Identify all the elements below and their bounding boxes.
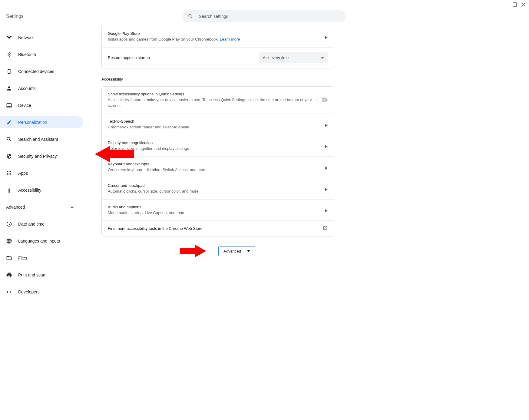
quick-settings-a11y-toggle[interactable]	[317, 98, 328, 102]
chevron-right-icon	[325, 35, 328, 38]
svg-point-4	[10, 171, 11, 172]
advanced-expand-button[interactable]: Advanced	[218, 246, 255, 256]
row-quick-settings-a11y: Show accessibility options in Quick Sett…	[102, 87, 334, 114]
row-title: Google Play Store	[108, 31, 325, 36]
row-subtitle: Install apps and games from Google Play …	[108, 36, 325, 42]
shield-icon	[6, 153, 12, 159]
row-subtitle: On-screen keyboard, dictation, Switch Ac…	[108, 167, 325, 173]
sidebar-item-search-assistant[interactable]: Search and Assistant	[0, 133, 83, 145]
chevron-right-icon	[325, 144, 328, 147]
main-panel: Google Play Store Install apps and games…	[83, 26, 529, 303]
globe-icon	[6, 238, 12, 244]
svg-point-2	[7, 171, 8, 172]
sidebar-item-date-time[interactable]: Date and time	[0, 218, 83, 230]
svg-point-6	[9, 173, 10, 174]
svg-point-11	[8, 188, 9, 189]
row-title: Keyboard and text input	[108, 161, 325, 167]
sidebar-advanced-toggle[interactable]: Advanced	[0, 201, 83, 213]
chevron-right-icon	[325, 123, 328, 126]
sidebar-item-label: Developers	[18, 289, 40, 294]
row-title: Restore apps on startup	[108, 55, 259, 61]
clock-icon	[6, 221, 12, 227]
svg-point-5	[7, 173, 8, 174]
row-title: Audio and captions	[108, 204, 325, 210]
row-subtitle: Accessibility features make your device …	[108, 97, 317, 109]
sidebar-item-label: Print and scan	[18, 273, 45, 277]
sidebar-item-label: Languages and inputs	[18, 239, 60, 243]
sidebar-item-files[interactable]: Files	[0, 252, 83, 264]
sidebar-item-print-scan[interactable]: Print and scan	[0, 269, 83, 281]
row-keyboard-text-input[interactable]: Keyboard and text input On-screen keyboa…	[102, 157, 334, 178]
sidebar-item-label: Search and Assistant	[18, 137, 58, 142]
row-subtitle: Mono audio, startup, Live Caption, and m…	[108, 210, 325, 216]
app-title: Settings	[6, 14, 24, 19]
printer-icon	[6, 272, 12, 278]
sidebar-item-personalization[interactable]: Personalization	[0, 116, 83, 128]
svg-point-7	[10, 173, 11, 174]
row-restore-apps: Restore apps on startup Ask every time	[102, 48, 334, 68]
sidebar-item-languages[interactable]: Languages and inputs	[0, 235, 83, 247]
svg-point-8	[7, 174, 8, 175]
row-google-play-store[interactable]: Google Play Store Install apps and games…	[102, 26, 334, 48]
sidebar-item-label: Accounts	[18, 86, 36, 91]
svg-rect-1	[513, 3, 517, 6]
apps-grid-icon	[6, 170, 12, 176]
section-title-accessibility: Accessibility	[101, 77, 334, 86]
restore-apps-dropdown[interactable]: Ask every time	[259, 52, 328, 63]
row-subtitle: Automatic clicks, cursor size, cursor co…	[108, 188, 325, 194]
sidebar-item-accounts[interactable]: Accounts	[0, 82, 83, 94]
row-text-to-speech[interactable]: Text-to-Speech ChromeVox screen reader a…	[102, 114, 334, 135]
window-minimize[interactable]	[504, 2, 508, 7]
chevron-down-icon	[247, 250, 250, 253]
window-maximize[interactable]	[513, 2, 517, 7]
row-audio-captions[interactable]: Audio and captions Mono audio, startup, …	[102, 200, 334, 221]
sidebar: Network Bluetooth Connected devices Acco…	[0, 26, 83, 303]
row-title: Cursor and touchpad	[108, 183, 325, 188]
phone-icon	[6, 68, 12, 74]
row-cursor-touchpad[interactable]: Cursor and touchpad Automatic clicks, cu…	[102, 178, 334, 200]
chevron-right-icon	[325, 187, 328, 190]
chevron-up-icon	[71, 206, 74, 209]
code-icon	[6, 289, 12, 295]
folder-icon	[6, 255, 12, 261]
window-close[interactable]	[521, 2, 525, 7]
sidebar-item-label: Files	[18, 256, 27, 260]
chevron-right-icon	[325, 209, 328, 211]
sidebar-item-label: Date and time	[18, 222, 45, 227]
row-title: Display and magnification	[108, 140, 325, 146]
annotation-arrow-advanced	[180, 245, 206, 257]
sidebar-item-label: Security and Privacy	[18, 154, 57, 159]
search-icon	[6, 136, 12, 142]
chevron-right-icon	[325, 166, 328, 168]
row-title: Show accessibility options in Quick Sett…	[108, 91, 317, 97]
sidebar-item-label: Bluetooth	[18, 52, 36, 57]
row-display-magnification[interactable]: Display and magnification Color inversio…	[102, 135, 334, 157]
row-title: Find more accessibility tools in the Chr…	[108, 226, 323, 231]
row-web-store-a11y[interactable]: Find more accessibility tools in the Chr…	[102, 221, 334, 236]
bluetooth-icon	[6, 51, 12, 58]
sidebar-item-security-privacy[interactable]: Security and Privacy	[0, 150, 83, 162]
search-input[interactable]	[199, 14, 340, 19]
pencil-icon	[6, 119, 12, 125]
sidebar-item-connected-devices[interactable]: Connected devices	[0, 65, 83, 78]
row-title: Text-to-Speech	[108, 119, 325, 124]
sidebar-item-bluetooth[interactable]: Bluetooth	[0, 48, 83, 61]
search-bar[interactable]	[182, 10, 346, 22]
svg-point-10	[10, 174, 11, 175]
sidebar-item-accessibility[interactable]: Accessibility	[0, 184, 83, 196]
svg-point-3	[9, 171, 10, 172]
sidebar-item-network[interactable]: Network	[0, 31, 83, 44]
sidebar-item-apps[interactable]: Apps	[0, 167, 83, 179]
laptop-icon	[6, 102, 12, 108]
wifi-icon	[6, 35, 12, 41]
sidebar-item-label: Connected devices	[18, 69, 54, 74]
sidebar-item-device[interactable]: Device	[0, 99, 83, 111]
svg-rect-0	[504, 6, 508, 6]
chevron-down-icon	[321, 56, 324, 59]
sidebar-item-label: Accessibility	[18, 188, 41, 193]
sidebar-item-label: Device	[18, 103, 31, 108]
svg-marker-12	[95, 146, 134, 162]
sidebar-item-label: Network	[18, 35, 34, 40]
learn-more-link[interactable]: Learn more	[220, 37, 240, 41]
sidebar-item-developers[interactable]: Developers	[0, 286, 83, 298]
